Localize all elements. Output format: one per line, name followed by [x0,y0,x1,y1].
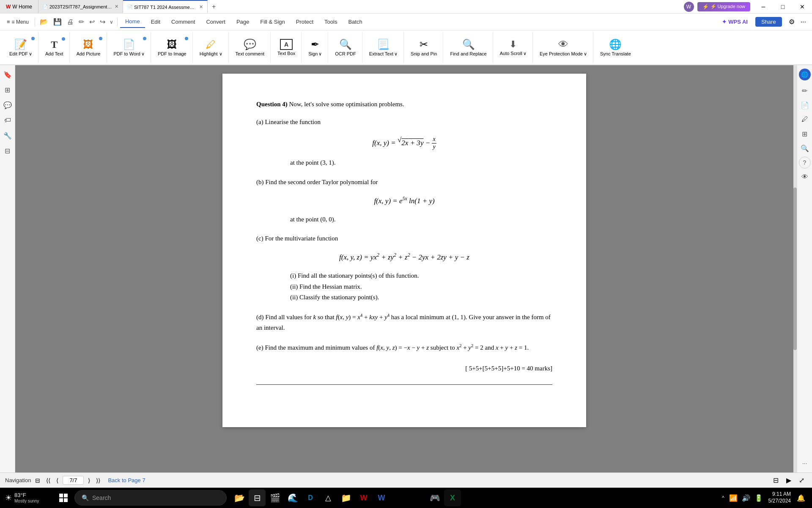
tab-protect-menu[interactable]: Protect [291,16,318,28]
sync-translate-icon: 🌐 [609,39,622,50]
tab-fill-sign-menu[interactable]: Fill & Sign [255,16,290,28]
tray-volume-icon[interactable]: 🔊 [741,494,752,502]
annotate-btn[interactable]: ✏ [77,17,86,27]
wps-ai-btn[interactable]: ✦ WPS AI [719,17,751,27]
taskbar-app-steam[interactable]: 🎮 [426,489,443,506]
more-options-btn[interactable]: ··· [798,17,809,27]
nav-first-btn[interactable]: ⟨⟨ [44,476,52,485]
sidebar-item-layers[interactable]: ⊟ [2,145,14,157]
time-date-display[interactable]: 9:11 AM 5/27/2024 [766,491,793,504]
taskbar-app-chrome[interactable]: ◉ [409,489,425,506]
sidebar-item-comment[interactable]: 💬 [2,99,14,111]
view-single-btn[interactable]: ⊟ [771,475,781,485]
tab-edit-menu[interactable]: Edit [146,16,165,28]
weather-widget[interactable]: ☀ 83°F Mostly sunny [2,492,52,504]
find-replace-btn[interactable]: 🔍 Find and Replace [447,37,489,58]
settings-btn[interactable]: ⚙ [786,17,797,27]
sidebar-item-tag[interactable]: 🏷 [2,114,14,126]
floating-translate-btn[interactable]: 🌐 [799,69,811,80]
vertical-scrollbar[interactable] [793,65,797,472]
taskbar-search[interactable]: 🔍 Search [74,490,227,505]
text-comment-btn[interactable]: 💬 Text comment [233,37,267,58]
snip-pin-btn[interactable]: ✂ Snip and Pin [408,37,439,58]
redo-dropdown-btn[interactable]: ∨ [108,18,115,26]
tab-doc1[interactable]: 📄 2023T2SIT787_Assignment3_newv2.p... ✕ [38,0,123,13]
sidebar-item-bookmark[interactable]: 🔖 [2,69,14,80]
start-btn[interactable] [53,488,74,508]
right-sidebar-item-search[interactable]: 🔍 [799,142,811,154]
add-picture-btn[interactable]: 🖼 Add Picture [74,37,103,58]
extract-text-btn[interactable]: 📃 Extract Text ∨ [367,37,400,58]
eye-protection-btn[interactable]: 👁 Eye Protection Mode ∨ [537,37,590,58]
nav-next-btn[interactable]: ⟩ [86,476,92,485]
window-close-btn[interactable]: ✕ [793,0,812,14]
taskbar-app-excel[interactable]: X [444,489,461,506]
highlight-btn[interactable]: 🖊 Highlight ∨ [197,37,225,58]
taskbar-app-dell[interactable]: D [302,489,319,506]
edit-pdf-btn[interactable]: 📝 Edit PDF ∨ [7,37,35,58]
right-sidebar-item-table[interactable]: ⊞ [799,128,811,140]
user-avatar[interactable]: W [684,2,694,12]
taskbar-app-outlook[interactable]: ✉ [391,489,408,506]
tab-home[interactable]: W W Home [0,0,38,13]
tab-comment-menu[interactable]: Comment [166,16,200,28]
tab-convert-menu[interactable]: Convert [201,16,230,28]
taskbar-app-word[interactable]: W [373,489,390,506]
tray-battery-icon[interactable]: 🔋 [753,494,764,502]
tab-page-menu[interactable]: Page [231,16,254,28]
undo-btn[interactable]: ↩ [87,17,97,27]
redo-btn[interactable]: ↪ [98,17,107,27]
taskbar-app-explorer[interactable]: 📁 [337,489,354,506]
window-minimize-btn[interactable]: – [754,0,773,14]
upgrade-btn[interactable]: ⚡ ⚡ Upgrade now [697,2,751,11]
taskbar-app-network[interactable]: △ [320,489,337,506]
add-text-btn[interactable]: T Add Text [43,37,66,58]
pdf-to-image-btn[interactable]: 🖼 PDF to Image [155,37,189,58]
taskbar-app-terminal[interactable]: ⊟ [249,489,266,506]
share-btn[interactable]: Share [755,17,782,27]
nav-last-btn[interactable]: ⟩⟩ [94,476,102,485]
right-sidebar-item-more[interactable]: ··· [799,457,811,469]
doc1-close[interactable]: ✕ [115,4,118,9]
new-tab-btn[interactable]: + [208,0,220,13]
ocr-pdf-btn[interactable]: 🔍 OCR PDF [332,37,359,58]
view-fullscreen-btn[interactable]: ⤢ [796,475,807,485]
taskbar-app-media[interactable]: 🎬 [266,489,283,506]
taskbar-app-files[interactable]: 📂 [231,489,248,506]
menu-btn[interactable]: ≡ ≡ Menu [3,17,32,27]
right-sidebar-item-help[interactable]: ? [799,157,811,168]
save-btn[interactable]: 💾 [51,17,64,27]
view-play-btn[interactable]: ▶ [784,475,794,485]
tray-expand-btn[interactable]: ^ [720,494,726,502]
taskbar-app-wps[interactable]: W [355,489,372,506]
right-sidebar-item-doc[interactable]: 📄 [799,99,811,111]
sidebar-item-tools[interactable]: 🔧 [2,130,14,141]
nav-prev-btn[interactable]: ⟨ [55,476,60,485]
sync-translate-btn[interactable]: 🌐 Sync Translate [598,37,634,58]
back-to-page-btn[interactable]: Back to Page 7 [108,477,145,483]
nav-collapse-btn[interactable]: ⊟ [33,476,42,485]
right-sidebar-item-eye[interactable]: 👁 [799,171,811,183]
pdf-to-word-btn[interactable]: 📄 PDF to Word ∨ [111,37,147,58]
tab-doc2[interactable]: 📄 SIT787 T1 2024 Assessment 3 (... ✕ [123,0,208,13]
doc2-close[interactable]: ✕ [199,4,203,10]
print-btn[interactable]: 🖨 [65,17,76,27]
taskbar-app-browser-ext[interactable]: 🌊 [284,489,301,506]
page-input[interactable] [63,476,84,485]
tab-tools-menu[interactable]: Tools [319,16,342,28]
right-sidebar-item-highlight[interactable]: 🖊 [799,113,811,125]
tab-home-menu[interactable]: Home [120,16,145,28]
sidebar-item-thumbnail[interactable]: ⊞ [2,84,14,96]
text-box-btn[interactable]: A Text Box [275,37,298,58]
sign-btn[interactable]: ✒ Sign ∨ [306,37,324,58]
notification-btn[interactable]: 🔔 [795,494,807,502]
scrollbar-thumb[interactable] [793,188,797,351]
tray-network-icon[interactable]: 📶 [728,494,739,502]
window-maximize-btn[interactable]: □ [773,0,793,14]
text-box-label: Text Box [277,51,295,56]
tab-batch-menu[interactable]: Batch [343,16,367,28]
open-btn[interactable]: 📂 [38,17,50,27]
auto-scroll-btn[interactable]: ⬇ Auto Scroll ∨ [497,37,529,58]
right-sidebar-item-edit[interactable]: ✏ [799,85,811,97]
ribbon: 📝 Edit PDF ∨ T Add Text 🖼 Add Picture 📄 … [0,30,812,65]
